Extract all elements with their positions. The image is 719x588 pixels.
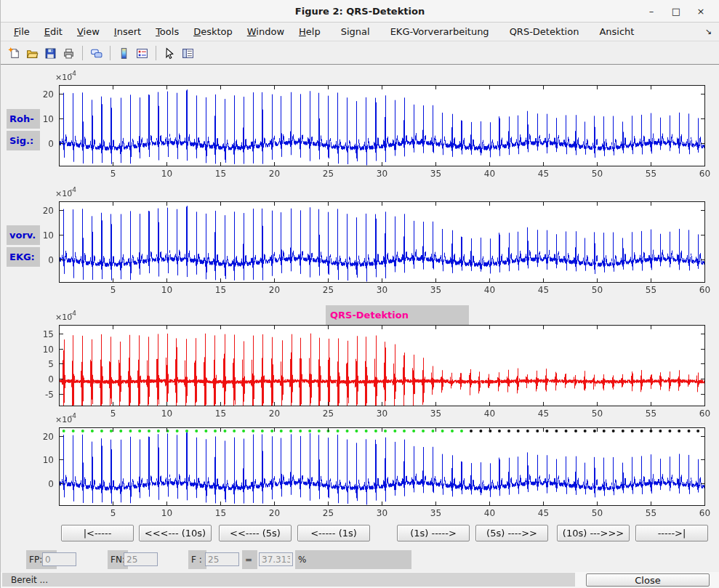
edit-plot-button[interactable] [161,44,179,63]
new-figure-icon [8,47,20,60]
plot-qrs-filtered [27,309,717,424]
menu-bar: File Edit View Insert Tools Desktop Wind… [1,23,719,41]
plot-vorv-ekg-canvas [27,185,717,300]
toolbar-separator [82,46,83,60]
menu-item-window[interactable]: Window [240,24,292,39]
title-bar: Figure 2: QRS-Detektion – □ × [1,0,719,23]
menu-item-qrs-detektion[interactable]: QRS-Detektion [502,24,587,39]
toolbar-separator [156,46,156,60]
plot-detektion-markers [27,411,717,526]
print-figure-button[interactable] [60,44,78,63]
menu-item-tools[interactable]: Tools [148,24,186,39]
open-file-button[interactable] [23,44,41,63]
equals-label: = [242,550,257,569]
save-icon [44,47,57,60]
fp-input[interactable] [42,552,76,566]
link-plot-button[interactable] [87,44,105,63]
f-input[interactable] [205,552,239,566]
toolbar-separator [110,46,111,60]
nav-to-end-button[interactable]: ----->| [635,525,708,541]
new-figure-button[interactable] [5,44,23,63]
f-label: F : [188,550,206,569]
menu-item-signal[interactable]: Signal [334,24,377,39]
qrs-detektion-plot-title: QRS-Detektion [326,305,469,325]
fn-input[interactable] [124,552,158,566]
nav-back-10s-button[interactable]: <<<--- (10s) [139,525,212,541]
menu-item-ekg-vorverarbeitung[interactable]: EKG-Vorverarbeitung [383,24,497,39]
minimize-icon[interactable]: – [639,6,664,17]
nav-back-1s-button[interactable]: <----- (1s) [297,525,370,541]
menu-overflow-icon[interactable]: ↘ [705,27,712,36]
menu-item-edit[interactable]: Edit [37,24,70,39]
nav-forward-10s-button[interactable]: (10s) --->>> [557,525,630,541]
plot-browser-icon [182,47,194,60]
plot-qrs-filtered-canvas [27,309,717,424]
menu-item-desktop[interactable]: Desktop [186,24,240,39]
save-figure-button[interactable] [41,44,60,63]
plot-vorv-ekg [27,185,717,300]
plot-roh-signal [27,69,717,184]
nav-back-5s-button[interactable]: <<---- (5s) [219,525,292,541]
close-icon[interactable]: × [688,6,713,17]
window-title: Figure 2: QRS-Detektion [295,6,425,17]
legend-icon [136,47,148,60]
status-bar: Bereit ... Close [1,572,719,588]
menu-item-view[interactable]: View [70,24,107,39]
open-file-icon [26,47,39,60]
plot-browser-button[interactable] [179,44,197,63]
cursor-arrow-icon [164,47,176,60]
insert-colorbar-button[interactable] [115,44,133,63]
status-text: Bereit ... [2,573,575,587]
nav-forward-5s-button[interactable]: (5s) ---->> [475,525,548,541]
menu-item-insert[interactable]: Insert [107,24,148,39]
menu-item-ansicht[interactable]: Ansicht [592,24,641,39]
plot-roh-signal-canvas [27,69,717,184]
colorbar-icon [118,47,130,60]
menu-item-file[interactable]: File [7,24,37,39]
result-input[interactable] [259,552,293,566]
close-button[interactable]: Close [586,573,710,587]
toolbar [1,42,719,65]
nav-forward-1s-button[interactable]: (1s) -----> [397,525,470,541]
printer-icon [63,47,75,60]
nav-to-start-button[interactable]: |<----- [61,525,134,541]
percent-label: % [295,550,411,569]
menu-item-help[interactable]: Help [292,24,328,39]
maximize-icon[interactable]: □ [664,6,688,17]
window-controls: – □ × [639,0,713,22]
link-icon [90,47,103,60]
plot-detektion-markers-canvas [27,411,717,526]
insert-legend-button[interactable] [133,44,151,63]
